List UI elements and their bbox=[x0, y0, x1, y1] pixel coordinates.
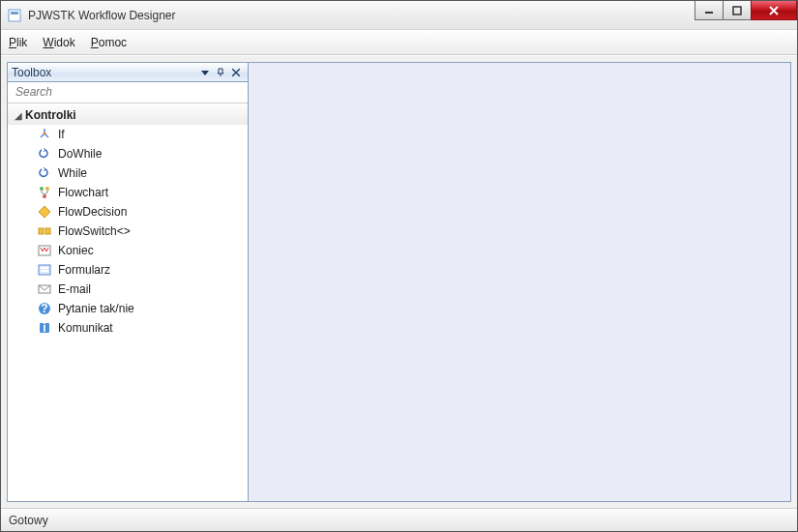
app-window: PJWSTK Workflow Designer Plik Widok Pomo… bbox=[0, 0, 798, 532]
toolbox-search bbox=[8, 82, 248, 103]
tool-label: Komunikat bbox=[58, 321, 113, 335]
tool-label: E-mail bbox=[58, 282, 91, 296]
svg-rect-8 bbox=[39, 228, 44, 234]
tool-label: Formularz bbox=[58, 263, 110, 277]
window-title: PJWSTK Workflow Designer bbox=[28, 9, 175, 22]
tool-label: FlowDecision bbox=[58, 205, 127, 219]
menu-pomoc[interactable]: Pomoc bbox=[91, 36, 127, 49]
close-panel-icon[interactable] bbox=[228, 65, 244, 80]
tool-item[interactable]: Flowchart bbox=[8, 183, 248, 202]
svg-rect-12 bbox=[41, 267, 48, 269]
svg-rect-1 bbox=[11, 12, 18, 15]
tool-item[interactable]: FlowSwitch<> bbox=[8, 222, 248, 241]
toolbox-title: Toolbox bbox=[12, 66, 197, 79]
svg-point-6 bbox=[45, 187, 49, 191]
decision-icon bbox=[37, 204, 52, 220]
menu-plik[interactable]: Plik bbox=[9, 36, 27, 49]
tool-label: Pytanie tak/nie bbox=[58, 302, 134, 315]
maximize-button[interactable] bbox=[723, 1, 752, 20]
close-button[interactable] bbox=[751, 1, 797, 20]
tool-item[interactable]: While bbox=[8, 163, 248, 183]
tool-item[interactable]: Formularz bbox=[8, 260, 248, 280]
toolbox-body: ◢ Kontrolki IfDoWhileWhileFlowchartFlowD… bbox=[8, 103, 248, 501]
tool-item[interactable]: iKomunikat bbox=[8, 318, 248, 338]
tool-item[interactable]: FlowDecision bbox=[8, 202, 248, 222]
svg-rect-9 bbox=[45, 228, 50, 234]
tool-label: While bbox=[58, 166, 87, 180]
menu-widok[interactable]: Widok bbox=[43, 36, 74, 49]
tool-item[interactable]: If bbox=[8, 125, 248, 144]
toolbox-panel: Toolbox ◢ Kontrolki IfDoWhil bbox=[7, 62, 249, 502]
if-icon bbox=[37, 127, 52, 142]
search-input[interactable] bbox=[14, 84, 242, 100]
switch-icon bbox=[37, 223, 52, 239]
loop-icon bbox=[37, 165, 52, 181]
dropdown-icon[interactable] bbox=[197, 65, 213, 80]
tool-label: Flowchart bbox=[58, 186, 108, 199]
collapse-icon: ◢ bbox=[12, 110, 25, 121]
tool-label: DoWhile bbox=[58, 147, 102, 161]
info-icon: i bbox=[37, 320, 52, 336]
mail-icon bbox=[37, 281, 52, 297]
category-kontrolki[interactable]: ◢ Kontrolki bbox=[8, 105, 248, 125]
client-area: Toolbox ◢ Kontrolki IfDoWhil bbox=[1, 55, 797, 508]
design-surface[interactable] bbox=[249, 62, 791, 502]
titlebar[interactable]: PJWSTK Workflow Designer bbox=[1, 1, 797, 30]
form-icon bbox=[37, 262, 52, 278]
svg-point-7 bbox=[43, 194, 46, 198]
tool-item[interactable]: ?Pytanie tak/nie bbox=[8, 299, 248, 318]
svg-point-5 bbox=[40, 187, 44, 191]
svg-text:i: i bbox=[43, 321, 45, 335]
category-label: Kontrolki bbox=[25, 108, 76, 122]
svg-rect-0 bbox=[9, 10, 20, 21]
loop-icon bbox=[37, 146, 52, 162]
tool-item[interactable]: DoWhile bbox=[8, 144, 248, 163]
pin-icon[interactable] bbox=[213, 65, 228, 80]
flowchart-icon bbox=[37, 185, 52, 200]
tool-label: Koniec bbox=[58, 244, 94, 257]
svg-rect-13 bbox=[41, 270, 48, 272]
status-text: Gotowy bbox=[9, 514, 48, 527]
toolbox-header[interactable]: Toolbox bbox=[8, 63, 248, 82]
svg-point-4 bbox=[44, 133, 46, 135]
tool-label: If bbox=[58, 128, 65, 141]
question-icon: ? bbox=[37, 301, 52, 316]
menubar: Plik Widok Pomoc bbox=[1, 30, 797, 55]
svg-rect-3 bbox=[733, 7, 741, 15]
svg-text:?: ? bbox=[41, 302, 47, 315]
app-icon bbox=[7, 8, 22, 23]
minimize-button[interactable] bbox=[695, 1, 724, 20]
statusbar: Gotowy bbox=[1, 508, 797, 531]
end-icon bbox=[37, 243, 52, 258]
tool-item[interactable]: E-mail bbox=[8, 280, 248, 299]
tool-item[interactable]: Koniec bbox=[8, 241, 248, 260]
tool-label: FlowSwitch<> bbox=[58, 224, 131, 238]
svg-rect-2 bbox=[705, 12, 713, 14]
